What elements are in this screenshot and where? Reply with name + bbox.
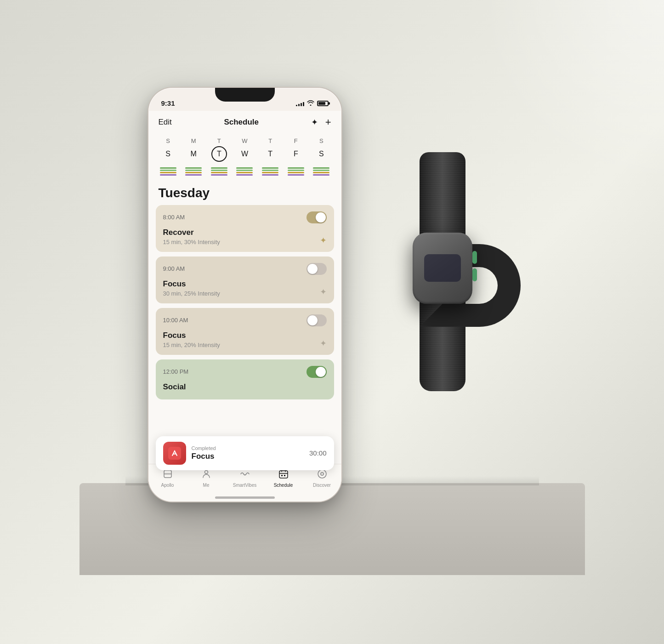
schedule-card-social[interactable]: 12:00 PM Social [156, 359, 334, 399]
day-wednesday[interactable]: W W [235, 137, 254, 162]
toggle-recover[interactable] [306, 211, 327, 223]
page-title: Schedule [224, 118, 259, 127]
day-row: S S M M T T W W [159, 137, 331, 162]
sparkle-focus-9am-icon: ✦ [320, 287, 327, 297]
tab-smartvibes[interactable]: SmartVibes [226, 469, 264, 488]
card-name-recover: Recover [163, 228, 327, 237]
wristband-device [355, 152, 530, 391]
svg-point-11 [321, 473, 323, 475]
toggle-focus-9am[interactable] [306, 263, 327, 275]
day-tuesday[interactable]: T T [210, 137, 229, 162]
header-actions: ✦ + [311, 116, 331, 128]
signal-icon [296, 101, 304, 106]
day-monday[interactable]: M M [184, 137, 203, 162]
day-saturday[interactable]: S S [312, 137, 331, 162]
sparkle-focus-10am-icon: ✦ [320, 338, 327, 348]
device-screen [424, 254, 461, 282]
discover-tab-icon [317, 469, 327, 481]
status-time: 9:31 [161, 99, 175, 107]
app-content: Edit Schedule ✦ + S S M [148, 111, 341, 502]
svg-rect-4 [279, 471, 288, 478]
notif-app-icon [163, 442, 186, 465]
sparkle-icon[interactable]: ✦ [311, 117, 318, 127]
tab-schedule[interactable]: Schedule [264, 469, 303, 488]
card-detail-recover: 15 min, 30% Intensity [163, 239, 327, 245]
tab-label-me: Me [203, 483, 210, 488]
card-time-1: 8:00 AM [163, 214, 185, 221]
app-header: Edit Schedule ✦ + [148, 111, 341, 134]
card-name-social: Social [163, 382, 327, 392]
svg-rect-0 [168, 447, 181, 460]
notif-completed-label: Completed [192, 445, 304, 451]
schedule-card-recover[interactable]: 8:00 AM Recover 15 min, 30% Intensity ✦ [156, 205, 334, 252]
tab-label-discover: Discover [313, 483, 331, 488]
tab-discover[interactable]: Discover [303, 469, 341, 488]
sparkle-recover-icon: ✦ [320, 235, 327, 245]
edit-button[interactable]: Edit [159, 118, 172, 127]
apollo-tab-icon [163, 469, 173, 481]
tab-me[interactable]: Me [187, 469, 226, 488]
schedule-card-focus-10am[interactable]: 10:00 AM Focus 15 min, 20% Intensity ✦ [156, 308, 334, 355]
device-module [413, 233, 472, 304]
card-time-2: 9:00 AM [163, 265, 185, 272]
wifi-icon [307, 100, 314, 107]
me-tab-icon [201, 469, 211, 481]
notif-name: Focus [192, 452, 304, 461]
tab-label-apollo: Apollo [161, 483, 174, 488]
svg-point-10 [318, 470, 326, 478]
add-button[interactable]: + [325, 116, 331, 128]
device-btn-2 [472, 268, 477, 281]
svg-point-3 [204, 470, 208, 473]
status-icons [296, 100, 329, 107]
notification-bar[interactable]: Completed Focus 30:00 [156, 436, 334, 470]
card-name-focus-9am: Focus [163, 279, 327, 289]
tab-apollo[interactable]: Apollo [148, 469, 187, 488]
day-heading: Tuesday [148, 179, 341, 205]
day-bars [159, 165, 331, 179]
card-time-4: 12:00 PM [163, 368, 189, 375]
band-upper [420, 152, 465, 244]
tab-label-smartvibes: SmartVibes [233, 483, 257, 488]
day-sunday[interactable]: S S [159, 137, 178, 162]
card-detail-focus-10am: 15 min, 20% Intensity [163, 342, 327, 348]
day-friday[interactable]: F F [286, 137, 306, 162]
day-thursday[interactable]: T T [261, 137, 280, 162]
phone: 9:31 [148, 88, 341, 502]
toggle-focus-10am[interactable] [306, 314, 327, 326]
card-name-focus-10am: Focus [163, 331, 327, 340]
scene: 9:31 [125, 69, 539, 575]
phone-notch [215, 88, 275, 102]
home-indicator [215, 496, 275, 499]
device-buttons [472, 251, 477, 281]
toggle-social[interactable] [306, 366, 327, 378]
schedule-card-focus-9am[interactable]: 9:00 AM Focus 30 min, 25% Intensity ✦ [156, 256, 334, 303]
card-detail-focus-9am: 30 min, 25% Intensity [163, 290, 327, 297]
device-btn-1 [472, 251, 477, 264]
notification-content: Completed Focus [192, 445, 304, 461]
day-selector: S S M M T T W W [148, 134, 341, 179]
card-time-3: 10:00 AM [163, 317, 188, 324]
tab-label-schedule: Schedule [274, 483, 293, 488]
svg-rect-8 [281, 475, 283, 476]
svg-rect-9 [284, 475, 285, 476]
schedule-tab-icon [278, 469, 289, 481]
notif-time: 30:00 [309, 449, 327, 457]
smartvibes-tab-icon [240, 469, 250, 481]
battery-icon [317, 101, 329, 106]
